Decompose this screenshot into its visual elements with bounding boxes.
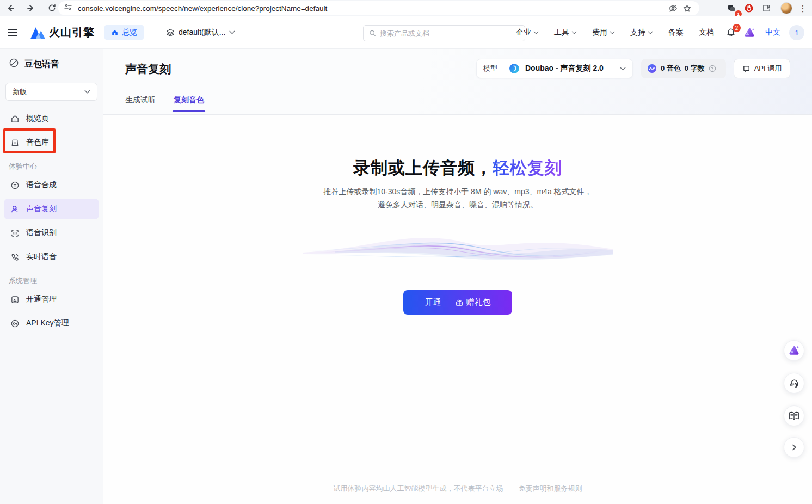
tab-generate-preview[interactable]: 生成试听 (125, 95, 156, 112)
extensions-puzzle-icon[interactable] (759, 1, 773, 15)
sidebar-product-header: 豆包语音 (0, 49, 103, 71)
floating-support-button[interactable] (784, 373, 804, 394)
home-icon (111, 29, 119, 36)
usage-quota-badge[interactable]: 0 音色 0 字数 (641, 59, 726, 78)
footer: 试用体验内容均由人工智能模型生成，不代表平台立场免责声明和服务规则 (103, 484, 812, 494)
project-selector-value: default(默认... (179, 28, 225, 38)
menu-label: 企业 (516, 28, 531, 38)
chevron-down-icon (610, 31, 615, 34)
model-selector[interactable]: 模型 Doubao - 声音复刻 2.0 (476, 59, 633, 78)
menu-docs[interactable]: 文档 (693, 28, 719, 38)
sidebar-item-speech-synthesis[interactable]: 语音合成 (4, 175, 99, 195)
browser-profile-avatar[interactable] (780, 2, 792, 14)
gift-label: 赠礼包 (466, 297, 491, 308)
footer-terms-link[interactable]: 免责声明和服务规则 (519, 484, 582, 493)
divider (103, 114, 812, 115)
activate-label: 开通 (425, 297, 441, 308)
overview-button[interactable]: 总览 (104, 25, 144, 40)
headset-icon (789, 378, 799, 389)
version-selector[interactable]: 新版 (5, 83, 97, 101)
audio-waveform-graphic (303, 224, 613, 276)
app-top-navigation: 火山引擎 总览 default(默认... 企业 工具 费 (0, 16, 812, 49)
screen: console.volcengine.com/speech/new/experi… (0, 0, 812, 504)
ai-assistant-icon[interactable] (742, 26, 756, 40)
book-icon (789, 411, 799, 421)
notification-badge: 2 (733, 24, 741, 32)
menu-enterprise[interactable]: 企业 (510, 28, 544, 38)
voice-library-icon (10, 138, 20, 147)
sidebar-item-voice-library[interactable]: 音色库 (4, 132, 99, 153)
search-input[interactable] (380, 29, 519, 38)
sidebar-section-experience: 体验中心 (9, 162, 103, 171)
chevron-down-icon (648, 31, 653, 34)
product-title: 豆包语音 (24, 59, 59, 70)
floating-collapse-button[interactable] (784, 437, 804, 458)
sidebar-item-speech-recognition[interactable]: 语音识别 (4, 223, 99, 243)
eye-hidden-icon[interactable] (666, 1, 680, 15)
api-call-button[interactable]: API 调用 (734, 59, 790, 78)
floating-ai-assistant-button[interactable] (784, 340, 804, 361)
menu-label: 支持 (630, 28, 645, 38)
sidebar-item-label: API Key管理 (26, 318, 69, 328)
main-content: 声音复刻 模型 Doubao - 声音复刻 2.0 0 音色 0 字数 API … (103, 49, 812, 504)
menu-filing[interactable]: 备案 (663, 28, 689, 38)
menu-billing[interactable]: 费用 (587, 28, 620, 38)
divider (777, 4, 777, 13)
api-key-icon (10, 318, 20, 328)
hamburger-menu-icon[interactable] (5, 26, 20, 40)
sidebar-item-overview[interactable]: 概览页 (4, 108, 99, 129)
user-avatar[interactable]: 1 (789, 25, 804, 40)
browser-menu-icon[interactable]: ⋮ (796, 1, 810, 15)
hero-title-plain: 录制或上传音频， (353, 158, 493, 177)
speech-synthesis-icon (10, 180, 20, 190)
project-selector[interactable]: default(默认... (166, 28, 235, 38)
adblock-icon[interactable] (742, 1, 756, 15)
voice-clone-icon (10, 204, 20, 214)
chevron-down-icon (533, 31, 539, 34)
tab-clone-voice[interactable]: 复刻音色 (174, 95, 204, 112)
browser-back-icon[interactable] (3, 1, 17, 15)
volcengine-logo[interactable]: 火山引擎 (30, 25, 95, 40)
search-icon (369, 29, 376, 37)
gift-icon (456, 299, 463, 306)
activate-button[interactable]: 开通 赠礼包 (403, 290, 512, 315)
overview-label: 总览 (122, 28, 137, 38)
chevron-down-icon (620, 67, 626, 71)
sidebar-item-label: 声音复刻 (26, 204, 57, 214)
menu-support[interactable]: 支持 (625, 28, 659, 38)
sidebar-item-api-key-management[interactable]: API Key管理 (4, 313, 99, 334)
hero-title-gradient: 轻松复刻 (493, 158, 562, 177)
model-selector-value: Doubao - 声音复刻 2.0 (525, 64, 614, 73)
doubao-model-icon (509, 63, 520, 74)
url-text[interactable]: console.volcengine.com/speech/new/experi… (78, 4, 666, 13)
bookmark-star-icon[interactable] (680, 1, 694, 15)
hero-section: 录制或上传音频，轻松复刻 推荐上传或录制10-30s音频，上传支持小于 8M 的… (103, 157, 812, 211)
site-settings-icon[interactable] (64, 3, 72, 14)
sidebar-item-voice-clone[interactable]: 声音复刻 (4, 199, 99, 219)
footer-disclaimer: 试用体验内容均由人工智能模型生成，不代表平台立场 (334, 484, 503, 493)
sidebar: 豆包语音 新版 概览页 音色库 体验中心 语音合成 (0, 49, 103, 504)
sidebar-item-label: 实时语音 (26, 252, 57, 262)
menu-tools[interactable]: 工具 (549, 28, 582, 38)
help-icon[interactable] (709, 65, 716, 72)
volcengine-mountain-icon (30, 26, 45, 39)
menu-label: 工具 (554, 28, 569, 38)
browser-address-bar[interactable]: console.volcengine.com/speech/new/experi… (58, 1, 699, 15)
sidebar-item-label: 开通管理 (26, 294, 57, 304)
quota-wave-icon (647, 64, 657, 73)
chevron-down-icon (84, 90, 90, 94)
sidebar-item-realtime-voice[interactable]: 实时语音 (4, 247, 99, 267)
divider (155, 28, 155, 38)
menu-label: 费用 (592, 28, 607, 38)
hero-title: 录制或上传音频，轻松复刻 (103, 157, 812, 180)
browser-forward-icon[interactable] (24, 1, 38, 15)
search-box[interactable] (363, 25, 525, 41)
browser-refresh-icon[interactable] (45, 1, 59, 15)
language-switcher[interactable]: 中文 (761, 28, 785, 38)
extension-icon[interactable]: 1 (724, 1, 739, 15)
sidebar-item-activation-management[interactable]: 开通管理 (4, 289, 99, 310)
speech-recognition-icon (10, 228, 20, 238)
sidebar-item-label: 语音合成 (26, 180, 57, 190)
notifications-button[interactable]: 2 (724, 26, 738, 40)
floating-docs-button[interactable] (784, 405, 804, 426)
